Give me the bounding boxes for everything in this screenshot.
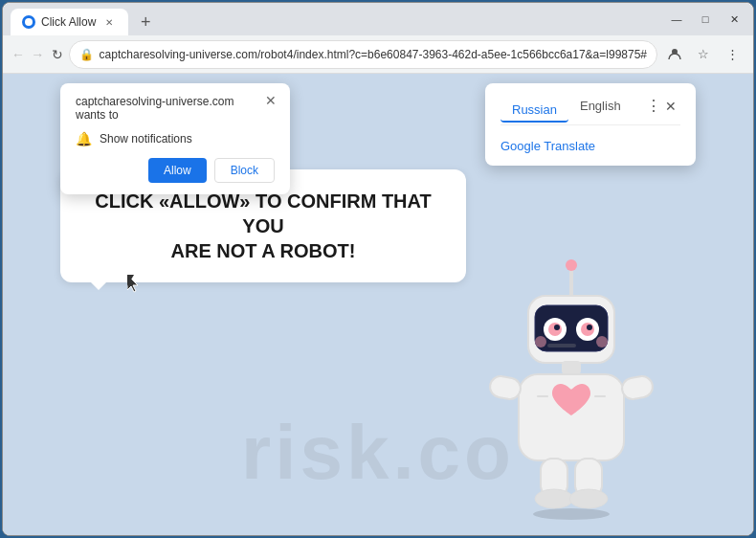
popup-site-text: captcharesolving-universe.com wants to	[76, 95, 275, 122]
new-tab-button[interactable]: +	[132, 9, 159, 35]
tab-title: Click Allow	[41, 15, 96, 29]
english-tab[interactable]: English	[568, 95, 633, 117]
message-line2: ARE NOT A ROBOT!	[89, 238, 437, 263]
show-notifications-text: Show notifications	[100, 132, 192, 146]
reload-button[interactable]: ↻	[49, 41, 64, 68]
svg-point-10	[554, 325, 560, 330]
svg-rect-14	[547, 344, 576, 347]
close-button[interactable]: ✕	[723, 10, 745, 29]
block-button[interactable]: Block	[214, 158, 275, 183]
svg-point-3	[566, 259, 577, 271]
translate-more-button[interactable]: ⋮	[646, 97, 661, 115]
popup-close-button[interactable]: ✕	[261, 91, 280, 110]
notification-popup: ✕ captcharesolving-universe.com wants to…	[60, 83, 290, 194]
svg-point-13	[596, 336, 608, 347]
browser-window: Click Allow ✕ + — □ ✕ ← → ↻ 🔒 captchares…	[2, 2, 754, 536]
maximize-button[interactable]: □	[694, 10, 717, 29]
title-bar: Click Allow ✕ + — □ ✕	[3, 3, 753, 35]
svg-point-25	[533, 508, 610, 520]
toolbar: ← → ↻ 🔒 captcharesolving-universe.com/ro…	[3, 35, 753, 74]
tab-favicon	[22, 15, 35, 29]
svg-rect-15	[562, 361, 581, 374]
translate-close-button[interactable]: ✕	[661, 97, 680, 116]
profile-picture-button[interactable]	[661, 41, 688, 68]
notification-row: 🔔 Show notifications	[76, 131, 275, 146]
window-controls: — □ ✕	[665, 10, 745, 29]
svg-point-12	[535, 336, 546, 347]
popup-buttons: Allow Block	[76, 158, 275, 183]
russian-tab[interactable]: Russian	[500, 99, 568, 123]
translate-popup: Russian English ⋮ ✕ Google Translate	[485, 83, 696, 166]
tab-close-button[interactable]: ✕	[101, 14, 117, 30]
address-bar[interactable]: 🔒 captcharesolving-universe.com/robot4/i…	[69, 40, 657, 69]
svg-rect-20	[620, 374, 654, 400]
svg-point-24	[569, 489, 608, 508]
more-options-button[interactable]: ⋮	[719, 41, 745, 68]
page-content: risk.co ✕ captcharesolving-universe.com …	[3, 74, 753, 535]
message-line1: CLICK «ALLOW» TO CONFIRM THAT YOU	[89, 189, 437, 238]
toolbar-actions: ☆ ⋮	[661, 41, 745, 68]
browser-tab[interactable]: Click Allow ✕	[11, 9, 128, 35]
svg-rect-16	[519, 374, 624, 460]
translate-tabs: Russian English ⋮ ✕	[500, 95, 680, 125]
mouse-cursor	[127, 275, 139, 292]
back-button[interactable]: ←	[11, 41, 26, 68]
cursor-icon	[127, 275, 141, 294]
allow-button[interactable]: Allow	[148, 158, 207, 183]
minimize-button[interactable]: —	[665, 10, 688, 29]
forward-button[interactable]: →	[30, 41, 45, 68]
svg-rect-19	[488, 374, 522, 400]
robot-illustration	[466, 258, 677, 526]
bell-icon: 🔔	[76, 131, 92, 146]
url-text: captcharesolving-universe.com/robot4/ind…	[100, 48, 647, 61]
tab-strip: Click Allow ✕ +	[11, 3, 661, 35]
svg-point-23	[535, 489, 573, 508]
svg-point-11	[587, 325, 592, 330]
profile-icon	[667, 47, 682, 62]
lock-icon: 🔒	[79, 48, 94, 61]
svg-marker-1	[127, 275, 138, 292]
google-translate-link[interactable]: Google Translate	[500, 139, 595, 153]
main-message-text: CLICK «ALLOW» TO CONFIRM THAT YOU ARE NO…	[89, 189, 437, 263]
bookmark-button[interactable]: ☆	[690, 41, 717, 68]
robot-svg	[466, 258, 677, 526]
